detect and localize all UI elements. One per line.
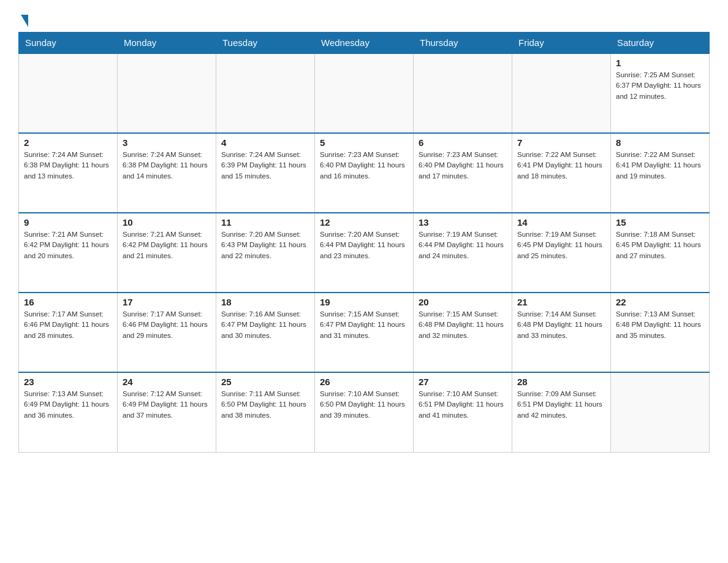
calendar-week-row: 23Sunrise: 7:13 AM Sunset: 6:49 PM Dayli… <box>19 372 710 452</box>
calendar-table: SundayMondayTuesdayWednesdayThursdayFrid… <box>18 32 710 453</box>
day-info: Sunrise: 7:10 AM Sunset: 6:51 PM Dayligh… <box>419 389 507 421</box>
day-info: Sunrise: 7:19 AM Sunset: 6:45 PM Dayligh… <box>517 229 605 261</box>
day-info: Sunrise: 7:17 AM Sunset: 6:46 PM Dayligh… <box>24 309 112 341</box>
day-info: Sunrise: 7:16 AM Sunset: 6:47 PM Dayligh… <box>221 309 309 341</box>
day-info: Sunrise: 7:24 AM Sunset: 6:38 PM Dayligh… <box>123 150 211 182</box>
day-number: 26 <box>320 377 408 387</box>
day-info: Sunrise: 7:12 AM Sunset: 6:49 PM Dayligh… <box>123 389 211 421</box>
day-info: Sunrise: 7:24 AM Sunset: 6:38 PM Dayligh… <box>24 150 112 182</box>
day-info: Sunrise: 7:13 AM Sunset: 6:49 PM Dayligh… <box>24 389 112 421</box>
day-info: Sunrise: 7:21 AM Sunset: 6:42 PM Dayligh… <box>123 229 211 261</box>
day-number: 14 <box>517 217 605 228</box>
calendar-cell <box>315 53 414 133</box>
day-number: 8 <box>616 137 704 148</box>
day-number: 6 <box>419 137 507 148</box>
day-number: 10 <box>123 217 211 228</box>
day-info: Sunrise: 7:20 AM Sunset: 6:44 PM Dayligh… <box>320 229 408 261</box>
day-info: Sunrise: 7:15 AM Sunset: 6:48 PM Dayligh… <box>419 309 507 341</box>
calendar-cell: 24Sunrise: 7:12 AM Sunset: 6:49 PM Dayli… <box>118 372 216 452</box>
day-info: Sunrise: 7:18 AM Sunset: 6:45 PM Dayligh… <box>616 229 704 261</box>
page-header <box>18 12 710 26</box>
day-number: 28 <box>517 377 605 387</box>
day-number: 27 <box>419 377 507 387</box>
calendar-cell: 11Sunrise: 7:20 AM Sunset: 6:43 PM Dayli… <box>216 213 315 293</box>
day-number: 11 <box>221 217 309 228</box>
calendar-header-row: SundayMondayTuesdayWednesdayThursdayFrid… <box>19 33 710 54</box>
day-number: 16 <box>24 297 112 307</box>
day-info: Sunrise: 7:23 AM Sunset: 6:40 PM Dayligh… <box>419 150 507 182</box>
calendar-week-row: 1Sunrise: 7:25 AM Sunset: 6:37 PM Daylig… <box>19 53 710 133</box>
calendar-cell: 20Sunrise: 7:15 AM Sunset: 6:48 PM Dayli… <box>414 293 512 372</box>
day-number: 20 <box>419 297 507 307</box>
calendar-cell: 13Sunrise: 7:19 AM Sunset: 6:44 PM Dayli… <box>414 213 512 293</box>
day-info: Sunrise: 7:14 AM Sunset: 6:48 PM Dayligh… <box>517 309 605 341</box>
day-info: Sunrise: 7:17 AM Sunset: 6:46 PM Dayligh… <box>123 309 211 341</box>
day-info: Sunrise: 7:22 AM Sunset: 6:41 PM Dayligh… <box>616 150 704 182</box>
calendar-cell <box>19 53 118 133</box>
calendar-cell: 26Sunrise: 7:10 AM Sunset: 6:50 PM Dayli… <box>315 372 414 452</box>
day-number: 18 <box>221 297 309 307</box>
logo-arrow-icon <box>21 15 28 27</box>
logo <box>18 12 28 26</box>
calendar-cell: 23Sunrise: 7:13 AM Sunset: 6:49 PM Dayli… <box>19 372 118 452</box>
calendar-cell: 17Sunrise: 7:17 AM Sunset: 6:46 PM Dayli… <box>118 293 216 372</box>
calendar-cell: 8Sunrise: 7:22 AM Sunset: 6:41 PM Daylig… <box>611 133 710 213</box>
calendar-week-row: 16Sunrise: 7:17 AM Sunset: 6:46 PM Dayli… <box>19 293 710 372</box>
calendar-week-row: 2Sunrise: 7:24 AM Sunset: 6:38 PM Daylig… <box>19 133 710 213</box>
day-number: 24 <box>123 377 211 387</box>
day-info: Sunrise: 7:15 AM Sunset: 6:47 PM Dayligh… <box>320 309 408 341</box>
calendar-header-saturday: Saturday <box>611 33 710 54</box>
calendar-header-thursday: Thursday <box>414 33 512 54</box>
calendar-cell: 1Sunrise: 7:25 AM Sunset: 6:37 PM Daylig… <box>611 53 710 133</box>
day-number: 15 <box>616 217 704 228</box>
calendar-cell: 9Sunrise: 7:21 AM Sunset: 6:42 PM Daylig… <box>19 213 118 293</box>
calendar-header-friday: Friday <box>512 33 611 54</box>
calendar-cell: 3Sunrise: 7:24 AM Sunset: 6:38 PM Daylig… <box>118 133 216 213</box>
calendar-cell <box>414 53 512 133</box>
day-info: Sunrise: 7:10 AM Sunset: 6:50 PM Dayligh… <box>320 389 408 421</box>
calendar-cell <box>216 53 315 133</box>
day-number: 17 <box>123 297 211 307</box>
calendar-cell: 12Sunrise: 7:20 AM Sunset: 6:44 PM Dayli… <box>315 213 414 293</box>
calendar-cell: 27Sunrise: 7:10 AM Sunset: 6:51 PM Dayli… <box>414 372 512 452</box>
calendar-cell: 16Sunrise: 7:17 AM Sunset: 6:46 PM Dayli… <box>19 293 118 372</box>
calendar-header-wednesday: Wednesday <box>315 33 414 54</box>
day-number: 13 <box>419 217 507 228</box>
day-number: 2 <box>24 137 112 148</box>
calendar-cell: 4Sunrise: 7:24 AM Sunset: 6:39 PM Daylig… <box>216 133 315 213</box>
day-info: Sunrise: 7:20 AM Sunset: 6:43 PM Dayligh… <box>221 229 309 261</box>
calendar-cell: 2Sunrise: 7:24 AM Sunset: 6:38 PM Daylig… <box>19 133 118 213</box>
calendar-header-monday: Monday <box>118 33 216 54</box>
calendar-cell: 14Sunrise: 7:19 AM Sunset: 6:45 PM Dayli… <box>512 213 611 293</box>
day-info: Sunrise: 7:11 AM Sunset: 6:50 PM Dayligh… <box>221 389 309 421</box>
day-info: Sunrise: 7:22 AM Sunset: 6:41 PM Dayligh… <box>517 150 605 182</box>
day-number: 22 <box>616 297 704 307</box>
calendar-cell: 28Sunrise: 7:09 AM Sunset: 6:51 PM Dayli… <box>512 372 611 452</box>
day-number: 19 <box>320 297 408 307</box>
day-info: Sunrise: 7:25 AM Sunset: 6:37 PM Dayligh… <box>616 70 704 102</box>
calendar-cell: 7Sunrise: 7:22 AM Sunset: 6:41 PM Daylig… <box>512 133 611 213</box>
calendar-cell <box>611 372 710 452</box>
day-number: 3 <box>123 137 211 148</box>
calendar-cell <box>512 53 611 133</box>
day-number: 9 <box>24 217 112 228</box>
day-number: 5 <box>320 137 408 148</box>
day-info: Sunrise: 7:13 AM Sunset: 6:48 PM Dayligh… <box>616 309 704 341</box>
day-info: Sunrise: 7:19 AM Sunset: 6:44 PM Dayligh… <box>419 229 507 261</box>
day-number: 12 <box>320 217 408 228</box>
calendar-cell: 21Sunrise: 7:14 AM Sunset: 6:48 PM Dayli… <box>512 293 611 372</box>
calendar-cell: 22Sunrise: 7:13 AM Sunset: 6:48 PM Dayli… <box>611 293 710 372</box>
day-number: 23 <box>24 377 112 387</box>
calendar-header-sunday: Sunday <box>19 33 118 54</box>
day-number: 4 <box>221 137 309 148</box>
calendar-week-row: 9Sunrise: 7:21 AM Sunset: 6:42 PM Daylig… <box>19 213 710 293</box>
calendar-cell: 25Sunrise: 7:11 AM Sunset: 6:50 PM Dayli… <box>216 372 315 452</box>
day-info: Sunrise: 7:21 AM Sunset: 6:42 PM Dayligh… <box>24 229 112 261</box>
calendar-cell: 18Sunrise: 7:16 AM Sunset: 6:47 PM Dayli… <box>216 293 315 372</box>
calendar-cell: 5Sunrise: 7:23 AM Sunset: 6:40 PM Daylig… <box>315 133 414 213</box>
day-number: 7 <box>517 137 605 148</box>
calendar-cell: 10Sunrise: 7:21 AM Sunset: 6:42 PM Dayli… <box>118 213 216 293</box>
calendar-header-tuesday: Tuesday <box>216 33 315 54</box>
day-number: 21 <box>517 297 605 307</box>
calendar-cell: 15Sunrise: 7:18 AM Sunset: 6:45 PM Dayli… <box>611 213 710 293</box>
